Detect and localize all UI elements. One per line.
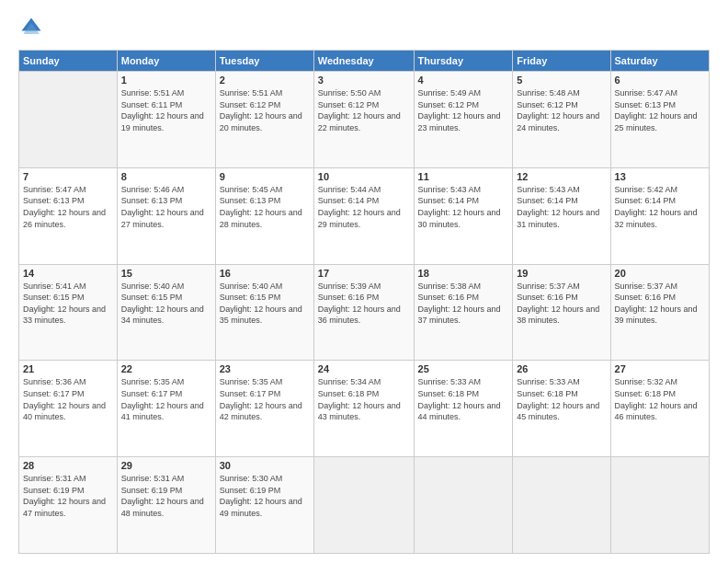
day-cell (19, 72, 118, 168)
day-cell: 12Sunrise: 5:43 AMSunset: 6:14 PMDayligh… (513, 167, 610, 264)
day-number: 19 (517, 268, 606, 279)
logo (18, 15, 48, 40)
day-cell: 30Sunrise: 5:30 AMSunset: 6:19 PMDayligh… (215, 457, 313, 554)
day-cell: 20Sunrise: 5:37 AMSunset: 6:16 PMDayligh… (610, 264, 709, 361)
day-info: Sunrise: 5:39 AMSunset: 6:16 PMDaylight:… (318, 281, 410, 327)
day-number: 27 (615, 363, 705, 374)
header (18, 15, 710, 40)
day-cell (513, 457, 610, 554)
day-cell: 9Sunrise: 5:45 AMSunset: 6:13 PMDaylight… (215, 167, 313, 264)
header-cell-wednesday: Wednesday (313, 51, 414, 72)
day-info: Sunrise: 5:33 AMSunset: 6:18 PMDaylight:… (418, 376, 509, 422)
day-info: Sunrise: 5:42 AMSunset: 6:14 PMDaylight:… (615, 184, 705, 230)
day-info: Sunrise: 5:45 AMSunset: 6:13 PMDaylight:… (220, 184, 310, 230)
day-number: 11 (418, 171, 509, 182)
calendar-table: SundayMondayTuesdayWednesdayThursdayFrid… (18, 50, 710, 554)
day-cell: 14Sunrise: 5:41 AMSunset: 6:15 PMDayligh… (19, 264, 118, 361)
day-number: 30 (220, 460, 310, 471)
day-info: Sunrise: 5:40 AMSunset: 6:15 PMDaylight:… (121, 281, 211, 327)
day-number: 12 (517, 171, 606, 182)
day-cell: 28Sunrise: 5:31 AMSunset: 6:19 PMDayligh… (19, 457, 118, 554)
day-info: Sunrise: 5:34 AMSunset: 6:18 PMDaylight:… (318, 376, 410, 422)
day-cell (610, 457, 709, 554)
day-number: 16 (220, 268, 310, 279)
day-info: Sunrise: 5:50 AMSunset: 6:12 PMDaylight:… (318, 87, 410, 133)
calendar-header: SundayMondayTuesdayWednesdayThursdayFrid… (19, 51, 710, 72)
day-number: 20 (615, 268, 705, 279)
day-cell: 13Sunrise: 5:42 AMSunset: 6:14 PMDayligh… (610, 167, 709, 264)
day-cell: 15Sunrise: 5:40 AMSunset: 6:15 PMDayligh… (117, 264, 215, 361)
day-cell: 23Sunrise: 5:35 AMSunset: 6:17 PMDayligh… (215, 361, 313, 457)
day-info: Sunrise: 5:37 AMSunset: 6:16 PMDaylight:… (517, 281, 606, 327)
week-row-1: 1Sunrise: 5:51 AMSunset: 6:11 PMDaylight… (19, 72, 710, 168)
day-cell: 25Sunrise: 5:33 AMSunset: 6:18 PMDayligh… (414, 361, 513, 457)
day-number: 28 (23, 460, 113, 471)
day-info: Sunrise: 5:36 AMSunset: 6:17 PMDaylight:… (23, 376, 113, 422)
day-cell: 2Sunrise: 5:51 AMSunset: 6:12 PMDaylight… (215, 72, 313, 168)
day-info: Sunrise: 5:31 AMSunset: 6:19 PMDaylight:… (121, 473, 211, 519)
header-cell-monday: Monday (117, 51, 215, 72)
day-cell: 7Sunrise: 5:47 AMSunset: 6:13 PMDaylight… (19, 167, 118, 264)
day-cell: 11Sunrise: 5:43 AMSunset: 6:14 PMDayligh… (414, 167, 513, 264)
day-cell: 26Sunrise: 5:33 AMSunset: 6:18 PMDayligh… (513, 361, 610, 457)
day-cell: 21Sunrise: 5:36 AMSunset: 6:17 PMDayligh… (19, 361, 118, 457)
day-number: 22 (121, 363, 211, 374)
day-info: Sunrise: 5:47 AMSunset: 6:13 PMDaylight:… (615, 87, 705, 133)
day-info: Sunrise: 5:51 AMSunset: 6:11 PMDaylight:… (121, 87, 211, 133)
day-info: Sunrise: 5:31 AMSunset: 6:19 PMDaylight:… (23, 473, 113, 519)
day-info: Sunrise: 5:32 AMSunset: 6:18 PMDaylight:… (615, 376, 705, 422)
day-number: 6 (615, 75, 705, 86)
day-info: Sunrise: 5:35 AMSunset: 6:17 PMDaylight:… (121, 376, 211, 422)
day-number: 4 (418, 75, 509, 86)
day-number: 17 (318, 268, 410, 279)
day-info: Sunrise: 5:33 AMSunset: 6:18 PMDaylight:… (517, 376, 606, 422)
day-cell: 19Sunrise: 5:37 AMSunset: 6:16 PMDayligh… (513, 264, 610, 361)
day-cell: 5Sunrise: 5:48 AMSunset: 6:12 PMDaylight… (513, 72, 610, 168)
day-cell: 8Sunrise: 5:46 AMSunset: 6:13 PMDaylight… (117, 167, 215, 264)
day-info: Sunrise: 5:48 AMSunset: 6:12 PMDaylight:… (517, 87, 606, 133)
day-cell: 16Sunrise: 5:40 AMSunset: 6:15 PMDayligh… (215, 264, 313, 361)
day-cell (414, 457, 513, 554)
day-number: 9 (220, 171, 310, 182)
logo-icon (18, 15, 44, 40)
day-info: Sunrise: 5:41 AMSunset: 6:15 PMDaylight:… (23, 281, 113, 327)
day-number: 25 (418, 363, 509, 374)
week-row-3: 14Sunrise: 5:41 AMSunset: 6:15 PMDayligh… (19, 264, 710, 361)
header-cell-thursday: Thursday (414, 51, 513, 72)
day-cell: 1Sunrise: 5:51 AMSunset: 6:11 PMDaylight… (117, 72, 215, 168)
day-info: Sunrise: 5:37 AMSunset: 6:16 PMDaylight:… (615, 281, 705, 327)
day-cell: 18Sunrise: 5:38 AMSunset: 6:16 PMDayligh… (414, 264, 513, 361)
day-cell: 29Sunrise: 5:31 AMSunset: 6:19 PMDayligh… (117, 457, 215, 554)
day-number: 18 (418, 268, 509, 279)
day-number: 13 (615, 171, 705, 182)
header-cell-friday: Friday (513, 51, 610, 72)
day-info: Sunrise: 5:30 AMSunset: 6:19 PMDaylight:… (220, 473, 310, 519)
day-cell: 22Sunrise: 5:35 AMSunset: 6:17 PMDayligh… (117, 361, 215, 457)
calendar-body: 1Sunrise: 5:51 AMSunset: 6:11 PMDaylight… (19, 72, 710, 554)
day-number: 21 (23, 363, 113, 374)
day-info: Sunrise: 5:51 AMSunset: 6:12 PMDaylight:… (220, 87, 310, 133)
day-number: 26 (517, 363, 606, 374)
header-cell-sunday: Sunday (19, 51, 118, 72)
week-row-5: 28Sunrise: 5:31 AMSunset: 6:19 PMDayligh… (19, 457, 710, 554)
day-cell: 6Sunrise: 5:47 AMSunset: 6:13 PMDaylight… (610, 72, 709, 168)
week-row-4: 21Sunrise: 5:36 AMSunset: 6:17 PMDayligh… (19, 361, 710, 457)
day-info: Sunrise: 5:43 AMSunset: 6:14 PMDaylight:… (418, 184, 509, 230)
day-cell: 24Sunrise: 5:34 AMSunset: 6:18 PMDayligh… (313, 361, 414, 457)
day-cell (313, 457, 414, 554)
day-number: 8 (121, 171, 211, 182)
day-number: 5 (517, 75, 606, 86)
day-cell: 17Sunrise: 5:39 AMSunset: 6:16 PMDayligh… (313, 264, 414, 361)
week-row-2: 7Sunrise: 5:47 AMSunset: 6:13 PMDaylight… (19, 167, 710, 264)
day-number: 1 (121, 75, 211, 86)
day-info: Sunrise: 5:43 AMSunset: 6:14 PMDaylight:… (517, 184, 606, 230)
page: SundayMondayTuesdayWednesdayThursdayFrid… (0, 0, 728, 563)
day-number: 23 (220, 363, 310, 374)
day-info: Sunrise: 5:38 AMSunset: 6:16 PMDaylight:… (418, 281, 509, 327)
day-info: Sunrise: 5:47 AMSunset: 6:13 PMDaylight:… (23, 184, 113, 230)
day-number: 15 (121, 268, 211, 279)
day-cell: 4Sunrise: 5:49 AMSunset: 6:12 PMDaylight… (414, 72, 513, 168)
day-number: 2 (220, 75, 310, 86)
day-number: 7 (23, 171, 113, 182)
day-info: Sunrise: 5:46 AMSunset: 6:13 PMDaylight:… (121, 184, 211, 230)
